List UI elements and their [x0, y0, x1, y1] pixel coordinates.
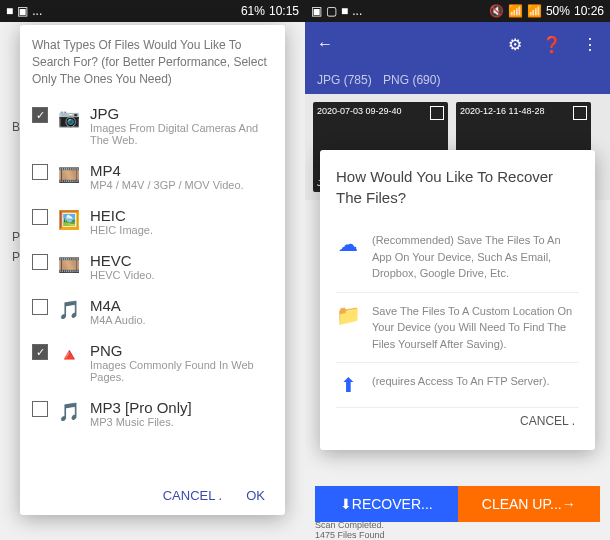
- screenshot-icon: ▣: [311, 4, 322, 18]
- checkbox[interactable]: ✓: [32, 344, 48, 360]
- music-icon: 🎵: [56, 399, 82, 425]
- file-types-dialog: What Types Of Files Would You Like To Se…: [20, 25, 285, 515]
- file-desc: HEVC Video.: [90, 269, 273, 281]
- signal-icon: 📶: [527, 4, 542, 18]
- bottom-bar: ⬇RECOVER... CLEAN UP... →: [315, 486, 600, 522]
- file-type-hevc[interactable]: 🎞️ HEVCHEVC Video.: [32, 244, 273, 289]
- status-bar: ■ ▣ ... 61% 10:15: [0, 0, 305, 22]
- expand-icon[interactable]: [430, 106, 444, 120]
- film-icon: 🎞️: [56, 252, 82, 278]
- file-type-jpg[interactable]: ✓ 📷 JPGImages From Digital Cameras And T…: [32, 97, 273, 154]
- thumb-date: 2020-07-03 09-29-40: [317, 106, 402, 116]
- more-icon: ...: [352, 4, 362, 18]
- recover-button[interactable]: ⬇RECOVER...: [315, 486, 458, 522]
- file-type-png[interactable]: ✓ 🔺 PNGImages Commonly Found In Web Page…: [32, 334, 273, 391]
- battery-text: 61%: [241, 4, 265, 18]
- thumb-date: 2020-12-16 11-48-28: [460, 106, 545, 116]
- bg-letter: B: [12, 120, 20, 134]
- checkbox[interactable]: [32, 254, 48, 270]
- cone-icon: 🔺: [56, 342, 82, 368]
- file-desc: MP3 Music Files.: [90, 416, 273, 428]
- camera-icon: 📷: [56, 105, 82, 131]
- arrow-right-icon: →: [562, 496, 576, 512]
- cancel-button[interactable]: CANCEL .: [336, 408, 579, 434]
- tab-png[interactable]: PNG (690): [383, 73, 440, 87]
- file-desc: Images Commonly Found In Web Pages.: [90, 359, 273, 383]
- battery-text: 50%: [546, 4, 570, 18]
- dialog-title: How Would You Like To Recover The Files?: [336, 166, 579, 208]
- file-name: MP3 [Pro Only]: [90, 399, 273, 416]
- file-type-mp3[interactable]: 🎵 MP3 [Pro Only]MP3 Music Files.: [32, 391, 273, 436]
- file-type-mp4[interactable]: 🎞️ MP4MP4 / M4V / 3GP / MOV Video.: [32, 154, 273, 199]
- file-type-heic[interactable]: 🖼️ HEICHEIC Image.: [32, 199, 273, 244]
- option-text: (Recommended) Save The Files To An App O…: [372, 232, 579, 282]
- checkbox[interactable]: ✓: [32, 107, 48, 123]
- right-screen: ▣ ▢ ■ ... 🔇 📶 📶 50% 10:26 ← ⚙ ❓ ⋮ JPG (7…: [305, 0, 610, 540]
- file-name: MP4: [90, 162, 273, 179]
- upload-icon: ⬆: [336, 373, 360, 397]
- option-text: (requires Access To An FTP Server).: [372, 373, 550, 397]
- file-desc: HEIC Image.: [90, 224, 273, 236]
- bg-letter: P: [12, 250, 20, 264]
- checkbox[interactable]: [32, 164, 48, 180]
- clock: 10:26: [574, 4, 604, 18]
- file-desc: MP4 / M4V / 3GP / MOV Video.: [90, 179, 273, 191]
- screenshot-icon: ▣: [17, 4, 28, 18]
- tab-jpg[interactable]: JPG (785): [317, 73, 372, 87]
- file-name: M4A: [90, 297, 273, 314]
- cleanup-button[interactable]: CLEAN UP... →: [458, 486, 601, 522]
- app-bar: ← ⚙ ❓ ⋮: [305, 22, 610, 66]
- film-icon: 🎞️: [56, 162, 82, 188]
- file-name: PNG: [90, 342, 273, 359]
- file-desc: Images From Digital Cameras And The Web.: [90, 122, 273, 146]
- left-screen: ■ ▣ ... 61% 10:15 B P P What Types Of Fi…: [0, 0, 305, 540]
- clock: 10:15: [269, 4, 299, 18]
- overflow-icon[interactable]: ⋮: [582, 35, 598, 54]
- expand-icon[interactable]: [573, 106, 587, 120]
- status-bar: ▣ ▢ ■ ... 🔇 📶 📶 50% 10:26: [305, 0, 610, 22]
- checkbox[interactable]: [32, 299, 48, 315]
- file-type-list[interactable]: ✓ 📷 JPGImages From Digital Cameras And T…: [32, 97, 273, 480]
- wifi-icon: 📶: [508, 4, 523, 18]
- file-name: JPG: [90, 105, 273, 122]
- file-tabs: JPG (785) PNG (690): [305, 66, 610, 94]
- gear-icon[interactable]: ⚙: [508, 35, 522, 54]
- file-name: HEVC: [90, 252, 273, 269]
- bg-letter: P: [12, 230, 20, 244]
- more-icon: ...: [32, 4, 42, 18]
- cloud-upload-icon: ☁: [336, 232, 360, 282]
- recover-option-folder[interactable]: 📁 Save The Files To A Custom Location On…: [336, 293, 579, 364]
- checkbox[interactable]: [32, 401, 48, 417]
- camera-icon: ■: [6, 4, 13, 18]
- recover-option-app[interactable]: ☁ (Recommended) Save The Files To An App…: [336, 222, 579, 293]
- image-icon: 🖼️: [56, 207, 82, 233]
- cancel-button[interactable]: CANCEL .: [163, 488, 222, 503]
- music-icon: 🎵: [56, 297, 82, 323]
- camera-icon: ■: [341, 4, 348, 18]
- back-button[interactable]: ←: [317, 35, 333, 53]
- folder-icon: 📁: [336, 303, 360, 353]
- scan-status: Scan Completed.1475 Files Found: [315, 520, 385, 540]
- option-text: Save The Files To A Custom Location On Y…: [372, 303, 579, 353]
- dialog-title: What Types Of Files Would You Like To Se…: [32, 37, 273, 87]
- ok-button[interactable]: OK: [246, 488, 265, 503]
- mute-icon: 🔇: [489, 4, 504, 18]
- download-icon: ⬇: [340, 496, 352, 512]
- recover-dialog: How Would You Like To Recover The Files?…: [320, 150, 595, 450]
- file-desc: M4A Audio.: [90, 314, 273, 326]
- image-icon: ▢: [326, 4, 337, 18]
- file-type-m4a[interactable]: 🎵 M4AM4A Audio.: [32, 289, 273, 334]
- checkbox[interactable]: [32, 209, 48, 225]
- help-icon[interactable]: ❓: [542, 35, 562, 54]
- file-name: HEIC: [90, 207, 273, 224]
- recover-option-ftp[interactable]: ⬆ (requires Access To An FTP Server).: [336, 363, 579, 408]
